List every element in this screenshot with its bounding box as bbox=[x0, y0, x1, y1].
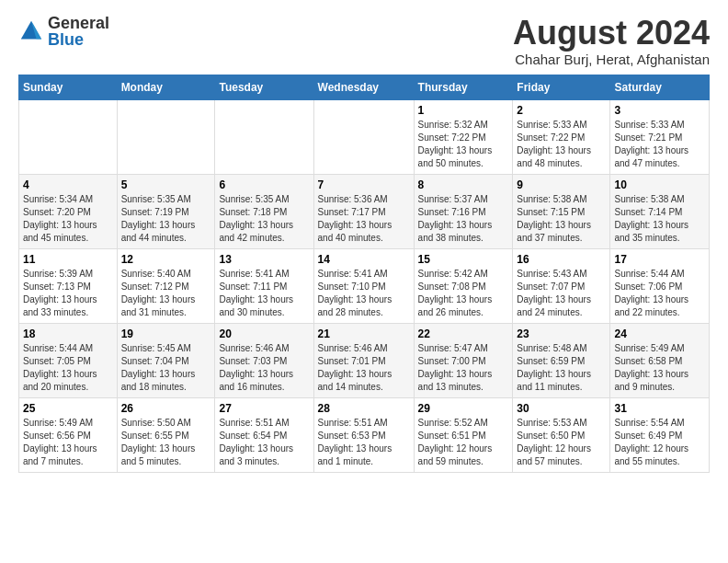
day-number: 27 bbox=[219, 402, 309, 415]
calendar-cell bbox=[215, 99, 313, 174]
day-info: Sunrise: 5:36 AM Sunset: 7:17 PM Dayligh… bbox=[318, 193, 410, 245]
calendar-cell: 17Sunrise: 5:44 AM Sunset: 7:06 PM Dayli… bbox=[610, 248, 710, 323]
day-number: 7 bbox=[318, 178, 410, 191]
logo-general-text: General bbox=[48, 15, 109, 31]
day-number: 4 bbox=[23, 178, 113, 191]
header: General Blue August 2024 Chahar Burj, He… bbox=[18, 15, 710, 67]
calendar-cell: 18Sunrise: 5:44 AM Sunset: 7:05 PM Dayli… bbox=[19, 323, 118, 397]
header-friday: Friday bbox=[513, 75, 610, 99]
day-info: Sunrise: 5:44 AM Sunset: 7:05 PM Dayligh… bbox=[23, 342, 113, 394]
header-tuesday: Tuesday bbox=[215, 75, 313, 99]
day-number: 21 bbox=[318, 327, 410, 340]
day-info: Sunrise: 5:53 AM Sunset: 6:50 PM Dayligh… bbox=[517, 417, 606, 468]
day-number: 29 bbox=[418, 402, 509, 415]
day-info: Sunrise: 5:42 AM Sunset: 7:08 PM Dayligh… bbox=[418, 268, 509, 319]
calendar-cell: 16Sunrise: 5:43 AM Sunset: 7:07 PM Dayli… bbox=[513, 248, 610, 323]
logo-blue-text: Blue bbox=[48, 31, 109, 48]
calendar-cell: 15Sunrise: 5:42 AM Sunset: 7:08 PM Dayli… bbox=[414, 248, 513, 323]
logo: General Blue bbox=[18, 15, 109, 48]
day-number: 15 bbox=[418, 253, 509, 266]
calendar-cell: 7Sunrise: 5:36 AM Sunset: 7:17 PM Daylig… bbox=[313, 174, 414, 248]
day-info: Sunrise: 5:50 AM Sunset: 6:55 PM Dayligh… bbox=[121, 417, 211, 468]
day-info: Sunrise: 5:38 AM Sunset: 7:14 PM Dayligh… bbox=[614, 193, 705, 245]
day-info: Sunrise: 5:43 AM Sunset: 7:07 PM Dayligh… bbox=[517, 268, 606, 319]
day-number: 1 bbox=[418, 104, 509, 117]
day-info: Sunrise: 5:37 AM Sunset: 7:16 PM Dayligh… bbox=[418, 193, 509, 245]
week-row-4: 25Sunrise: 5:49 AM Sunset: 6:56 PM Dayli… bbox=[19, 397, 710, 472]
day-info: Sunrise: 5:33 AM Sunset: 7:21 PM Dayligh… bbox=[614, 119, 705, 170]
day-number: 23 bbox=[517, 327, 606, 340]
calendar-body: 1Sunrise: 5:32 AM Sunset: 7:22 PM Daylig… bbox=[19, 99, 710, 472]
day-info: Sunrise: 5:52 AM Sunset: 6:51 PM Dayligh… bbox=[418, 417, 509, 468]
day-info: Sunrise: 5:41 AM Sunset: 7:11 PM Dayligh… bbox=[219, 268, 309, 319]
calendar-cell bbox=[19, 99, 118, 174]
calendar-cell: 19Sunrise: 5:45 AM Sunset: 7:04 PM Dayli… bbox=[117, 323, 215, 397]
calendar-cell: 14Sunrise: 5:41 AM Sunset: 7:10 PM Dayli… bbox=[313, 248, 414, 323]
header-sunday: Sunday bbox=[19, 75, 118, 99]
header-thursday: Thursday bbox=[414, 75, 513, 99]
calendar-cell: 6Sunrise: 5:35 AM Sunset: 7:18 PM Daylig… bbox=[215, 174, 313, 248]
day-info: Sunrise: 5:32 AM Sunset: 7:22 PM Dayligh… bbox=[418, 119, 509, 170]
day-info: Sunrise: 5:54 AM Sunset: 6:49 PM Dayligh… bbox=[614, 417, 705, 468]
calendar-cell: 20Sunrise: 5:46 AM Sunset: 7:03 PM Dayli… bbox=[215, 323, 313, 397]
day-number: 17 bbox=[614, 253, 705, 266]
calendar-subtitle: Chahar Burj, Herat, Afghanistan bbox=[513, 52, 710, 67]
day-info: Sunrise: 5:38 AM Sunset: 7:15 PM Dayligh… bbox=[517, 193, 606, 245]
calendar-cell: 22Sunrise: 5:47 AM Sunset: 7:00 PM Dayli… bbox=[414, 323, 513, 397]
day-info: Sunrise: 5:41 AM Sunset: 7:10 PM Dayligh… bbox=[318, 268, 410, 319]
calendar-cell: 12Sunrise: 5:40 AM Sunset: 7:12 PM Dayli… bbox=[117, 248, 215, 323]
calendar-cell: 30Sunrise: 5:53 AM Sunset: 6:50 PM Dayli… bbox=[513, 397, 610, 472]
day-number: 8 bbox=[418, 178, 509, 191]
calendar-cell: 1Sunrise: 5:32 AM Sunset: 7:22 PM Daylig… bbox=[414, 99, 513, 174]
day-info: Sunrise: 5:51 AM Sunset: 6:53 PM Dayligh… bbox=[318, 417, 410, 468]
day-number: 14 bbox=[318, 253, 410, 266]
day-number: 16 bbox=[517, 253, 606, 266]
day-number: 9 bbox=[517, 178, 606, 191]
title-area: August 2024 Chahar Burj, Herat, Afghanis… bbox=[513, 15, 710, 67]
day-info: Sunrise: 5:46 AM Sunset: 7:03 PM Dayligh… bbox=[219, 342, 309, 394]
day-info: Sunrise: 5:40 AM Sunset: 7:12 PM Dayligh… bbox=[121, 268, 211, 319]
week-row-1: 4Sunrise: 5:34 AM Sunset: 7:20 PM Daylig… bbox=[19, 174, 710, 248]
calendar-header: SundayMondayTuesdayWednesdayThursdayFrid… bbox=[19, 75, 710, 99]
day-number: 26 bbox=[121, 402, 211, 415]
day-number: 2 bbox=[517, 104, 606, 117]
day-info: Sunrise: 5:44 AM Sunset: 7:06 PM Dayligh… bbox=[614, 268, 705, 319]
calendar-cell bbox=[117, 99, 215, 174]
day-info: Sunrise: 5:51 AM Sunset: 6:54 PM Dayligh… bbox=[219, 417, 309, 468]
day-number: 18 bbox=[23, 327, 113, 340]
day-number: 31 bbox=[614, 402, 705, 415]
calendar-cell: 31Sunrise: 5:54 AM Sunset: 6:49 PM Dayli… bbox=[610, 397, 710, 472]
day-number: 20 bbox=[219, 327, 309, 340]
calendar-cell: 4Sunrise: 5:34 AM Sunset: 7:20 PM Daylig… bbox=[19, 174, 118, 248]
calendar-cell: 10Sunrise: 5:38 AM Sunset: 7:14 PM Dayli… bbox=[610, 174, 710, 248]
calendar-cell: 2Sunrise: 5:33 AM Sunset: 7:22 PM Daylig… bbox=[513, 99, 610, 174]
day-number: 13 bbox=[219, 253, 309, 266]
day-number: 19 bbox=[121, 327, 211, 340]
calendar-title: August 2024 bbox=[513, 15, 710, 52]
day-number: 12 bbox=[121, 253, 211, 266]
week-row-2: 11Sunrise: 5:39 AM Sunset: 7:13 PM Dayli… bbox=[19, 248, 710, 323]
week-row-3: 18Sunrise: 5:44 AM Sunset: 7:05 PM Dayli… bbox=[19, 323, 710, 397]
calendar-cell: 28Sunrise: 5:51 AM Sunset: 6:53 PM Dayli… bbox=[313, 397, 414, 472]
day-number: 11 bbox=[23, 253, 113, 266]
calendar-cell: 29Sunrise: 5:52 AM Sunset: 6:51 PM Dayli… bbox=[414, 397, 513, 472]
logo-icon bbox=[18, 18, 44, 44]
calendar-cell: 8Sunrise: 5:37 AM Sunset: 7:16 PM Daylig… bbox=[414, 174, 513, 248]
calendar-cell: 3Sunrise: 5:33 AM Sunset: 7:21 PM Daylig… bbox=[610, 99, 710, 174]
day-info: Sunrise: 5:49 AM Sunset: 6:58 PM Dayligh… bbox=[614, 342, 705, 394]
day-info: Sunrise: 5:47 AM Sunset: 7:00 PM Dayligh… bbox=[418, 342, 509, 394]
calendar-cell: 11Sunrise: 5:39 AM Sunset: 7:13 PM Dayli… bbox=[19, 248, 118, 323]
day-info: Sunrise: 5:49 AM Sunset: 6:56 PM Dayligh… bbox=[23, 417, 113, 468]
calendar-cell: 5Sunrise: 5:35 AM Sunset: 7:19 PM Daylig… bbox=[117, 174, 215, 248]
day-number: 22 bbox=[418, 327, 509, 340]
calendar-cell: 24Sunrise: 5:49 AM Sunset: 6:58 PM Dayli… bbox=[610, 323, 710, 397]
calendar-cell: 21Sunrise: 5:46 AM Sunset: 7:01 PM Dayli… bbox=[313, 323, 414, 397]
calendar-cell: 25Sunrise: 5:49 AM Sunset: 6:56 PM Dayli… bbox=[19, 397, 118, 472]
day-info: Sunrise: 5:46 AM Sunset: 7:01 PM Dayligh… bbox=[318, 342, 410, 394]
day-info: Sunrise: 5:39 AM Sunset: 7:13 PM Dayligh… bbox=[23, 268, 113, 319]
day-number: 25 bbox=[23, 402, 113, 415]
day-number: 24 bbox=[614, 327, 705, 340]
calendar-cell bbox=[313, 99, 414, 174]
day-number: 3 bbox=[614, 104, 705, 117]
day-info: Sunrise: 5:35 AM Sunset: 7:18 PM Dayligh… bbox=[219, 193, 309, 245]
